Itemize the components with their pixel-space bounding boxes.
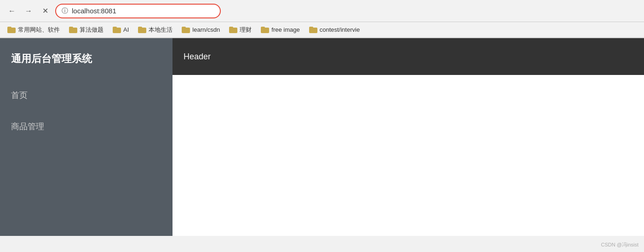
folder-icon: [69, 27, 77, 33]
bookmark-item[interactable]: free image: [257, 24, 303, 35]
bookmark-label: free image: [271, 26, 299, 33]
close-button[interactable]: ✕: [39, 5, 52, 17]
folder-icon: [182, 27, 190, 33]
bookmarks-bar: 常用网站、软件算法做题AI本地生活learn/csdn理财free imagec…: [0, 22, 644, 38]
nav-bar: ← → ✕ ⓘ localhost:8081: [0, 0, 644, 22]
sidebar: 通用后台管理系统 首页商品管理: [0, 38, 172, 236]
info-icon: ⓘ: [62, 7, 68, 15]
bookmark-item[interactable]: AI: [109, 24, 132, 35]
folder-icon: [309, 27, 317, 33]
browser-chrome: ← → ✕ ⓘ localhost:8081 常用网站、软件算法做题AI本地生活…: [0, 0, 644, 38]
bookmark-label: learn/csdn: [192, 26, 220, 33]
content-area: [172, 75, 644, 236]
folder-icon: [113, 27, 121, 33]
bookmark-label: 理财: [240, 26, 252, 34]
sidebar-menu: 首页商品管理: [0, 80, 172, 142]
bookmark-item[interactable]: learn/csdn: [178, 24, 224, 35]
back-button[interactable]: ←: [6, 5, 18, 17]
sidebar-menu-item[interactable]: 首页: [0, 80, 172, 111]
folder-icon: [261, 27, 269, 33]
bookmark-label: 常用网站、软件: [18, 26, 60, 34]
bookmark-item[interactable]: 算法做题: [65, 24, 107, 36]
watermark: CSDN @冯insist: [601, 241, 638, 248]
bookmark-item[interactable]: 理财: [225, 24, 255, 36]
bookmark-item[interactable]: contest/intervie: [305, 24, 363, 35]
bookmark-label: 本地生活: [149, 26, 172, 34]
main-content: Header: [172, 38, 644, 236]
header-area: Header: [172, 38, 644, 75]
app-container: 通用后台管理系统 首页商品管理 Header: [0, 38, 644, 236]
bookmark-label: AI: [123, 26, 129, 33]
url-text: localhost:8081: [72, 7, 116, 15]
bookmark-label: 算法做题: [80, 26, 104, 34]
folder-icon: [7, 27, 16, 33]
folder-icon: [229, 27, 237, 33]
folder-icon: [138, 27, 146, 33]
bookmark-item[interactable]: 本地生活: [134, 24, 176, 36]
header-label: Header: [184, 52, 211, 62]
bookmark-label: contest/intervie: [320, 26, 360, 33]
address-bar[interactable]: ⓘ localhost:8081: [55, 4, 221, 18]
forward-button[interactable]: →: [22, 5, 35, 17]
sidebar-title: 通用后台管理系统: [0, 38, 172, 80]
sidebar-menu-item[interactable]: 商品管理: [0, 111, 172, 142]
bookmark-item[interactable]: 常用网站、软件: [4, 24, 63, 36]
